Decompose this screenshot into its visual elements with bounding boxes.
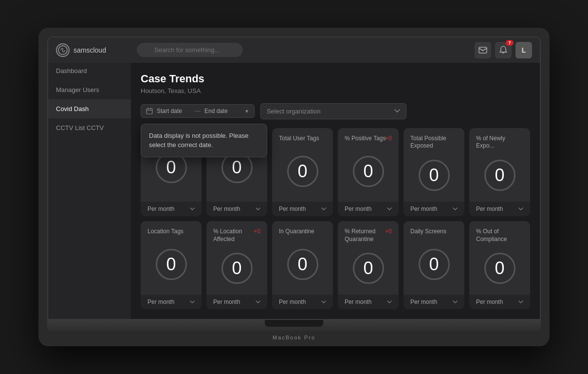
metric-footer[interactable]: Per month bbox=[272, 202, 333, 216]
dropdown-icon bbox=[256, 207, 260, 211]
dropdown-icon bbox=[453, 207, 458, 211]
metric-value: 0 bbox=[353, 253, 384, 284]
metric-footer[interactable]: Per month bbox=[141, 202, 202, 216]
sidebar-item-manage-users[interactable]: Manager Users bbox=[48, 80, 131, 99]
metric-value: 0 bbox=[156, 249, 187, 280]
svg-rect-3 bbox=[479, 47, 487, 53]
metric-card-total-user-tags: Total User Tags 0 Per month bbox=[272, 128, 333, 216]
notification-button[interactable]: 7 bbox=[495, 42, 512, 58]
filters-row: Start date — End date ▼ Select organizat… bbox=[141, 103, 530, 119]
metric-value: 0 bbox=[484, 253, 515, 284]
start-date-input[interactable]: Start date bbox=[157, 108, 191, 114]
metric-card-location-tags: Location Tags 0 Per month bbox=[141, 221, 202, 309]
metric-title: Total User Tags bbox=[279, 135, 326, 143]
metric-footer-text: Per month bbox=[345, 206, 371, 212]
date-range-picker[interactable]: Start date — End date ▼ bbox=[141, 104, 255, 118]
app-layout: Administrator Dashboard Manager Users Co… bbox=[48, 37, 540, 319]
macbook-frame: samscloud bbox=[38, 28, 550, 346]
page-title: Case Trends bbox=[141, 73, 530, 85]
metric-footer-text: Per month bbox=[279, 206, 306, 212]
metric-footer-text: Per month bbox=[410, 299, 437, 305]
user-avatar[interactable]: L bbox=[515, 42, 532, 58]
metric-footer[interactable]: Per month bbox=[404, 202, 464, 216]
metric-delta: +0 bbox=[385, 135, 392, 142]
notification-badge: 7 bbox=[506, 40, 514, 46]
metric-card-positive-tags: % Positive Tags +0 0 Per month bbox=[338, 128, 399, 216]
svg-rect-4 bbox=[147, 109, 152, 114]
metric-footer[interactable]: Per month bbox=[404, 295, 464, 309]
error-popup-text: Data display is not possible. Please sel… bbox=[149, 132, 249, 149]
metric-footer-text: Per month bbox=[476, 299, 503, 305]
error-popup: Data display is not possible. Please sel… bbox=[141, 124, 267, 157]
metric-value: 0 bbox=[419, 249, 450, 280]
mail-button[interactable] bbox=[475, 42, 491, 58]
metric-footer[interactable]: Per month bbox=[206, 202, 267, 216]
metric-title: % of Newly Expo... bbox=[476, 135, 523, 150]
macbook-label-area: MacBook Pro bbox=[47, 331, 541, 346]
metric-footer[interactable]: Per month bbox=[469, 295, 530, 309]
metric-footer[interactable]: Per month bbox=[338, 295, 399, 309]
main-content: Case Trends Houtson, Texas, USA Start da… bbox=[131, 63, 540, 319]
metric-title: Location Tags bbox=[147, 228, 195, 236]
metric-footer[interactable]: Per month bbox=[206, 295, 267, 309]
metric-card-daily-screens: Daily Screens 0 Per month bbox=[404, 221, 464, 309]
metric-footer-text: Per month bbox=[345, 299, 371, 305]
app-name: samscloud bbox=[74, 46, 106, 54]
app-header: samscloud bbox=[48, 37, 540, 63]
logo-icon bbox=[56, 43, 70, 57]
metrics-row-2: Location Tags 0 Per month % Location bbox=[141, 221, 530, 309]
metric-value: 0 bbox=[353, 156, 384, 187]
end-date-input[interactable]: End date bbox=[204, 108, 239, 114]
dropdown-icon bbox=[453, 300, 458, 304]
calendar-icon bbox=[146, 108, 153, 114]
macbook-notch bbox=[265, 320, 323, 327]
sidebar-item-cctv-list[interactable]: CCTV List CCTV bbox=[48, 118, 131, 137]
notification-icon bbox=[499, 46, 507, 55]
mail-icon bbox=[478, 47, 487, 54]
metric-footer-text: Per month bbox=[410, 206, 437, 212]
search-wrapper bbox=[137, 43, 322, 57]
header-actions: 7 L bbox=[475, 42, 532, 58]
metric-card-location-affected: % Location Affected +0 0 Per month bbox=[206, 221, 267, 309]
dropdown-icon bbox=[387, 207, 392, 211]
search-input[interactable] bbox=[137, 43, 243, 57]
metric-footer-text: Per month bbox=[213, 299, 240, 305]
org-select[interactable]: Select organization bbox=[260, 103, 406, 119]
metric-title: In Quarantine bbox=[279, 228, 326, 236]
date-separator: — bbox=[195, 108, 201, 114]
metric-footer[interactable]: Per month bbox=[338, 202, 399, 216]
dropdown-icon bbox=[256, 300, 260, 304]
metric-footer-text: Per month bbox=[476, 206, 503, 212]
page-subtitle: Houtson, Texas, USA bbox=[141, 87, 530, 94]
date-chevron-icon: ▼ bbox=[244, 109, 249, 114]
sidebar-item-covid-dash[interactable]: Covid Dash bbox=[48, 99, 131, 118]
org-select-label: Select organization bbox=[267, 108, 321, 115]
metric-value: 0 bbox=[484, 160, 515, 191]
dropdown-icon bbox=[321, 207, 326, 211]
screen: samscloud bbox=[48, 37, 540, 319]
metric-footer[interactable]: Per month bbox=[141, 295, 202, 309]
sidebar: Administrator Dashboard Manager Users Co… bbox=[48, 37, 131, 319]
dropdown-icon bbox=[518, 207, 523, 211]
dropdown-icon bbox=[518, 300, 523, 304]
metric-footer[interactable]: Per month bbox=[272, 295, 333, 309]
dropdown-icon bbox=[190, 300, 195, 304]
metric-footer-text: Per month bbox=[279, 299, 306, 305]
metric-title: Total Possible Exposed bbox=[410, 135, 458, 150]
screen-bezel: samscloud bbox=[47, 37, 541, 320]
metric-title: Daily Screens bbox=[410, 228, 458, 236]
metric-footer-text: Per month bbox=[213, 206, 240, 212]
metric-title: % Out of Compliance bbox=[476, 228, 523, 243]
metric-value: 0 bbox=[221, 253, 253, 284]
metric-card-in-quarantine: In Quarantine 0 Per month bbox=[272, 221, 333, 309]
org-chevron-icon bbox=[394, 109, 400, 113]
dropdown-icon bbox=[387, 300, 392, 304]
metric-card-newly-exposed: % of Newly Expo... 0 Per month bbox=[469, 128, 530, 216]
metric-card-returned-quarantine: % Returned Quarantine +0 0 Per month bbox=[338, 221, 399, 309]
sidebar-item-dashboard[interactable]: Dashboard bbox=[48, 61, 131, 80]
metric-value: 0 bbox=[287, 249, 318, 280]
metric-footer-text: Per month bbox=[147, 206, 174, 212]
macbook-base bbox=[47, 320, 541, 331]
dropdown-icon bbox=[190, 207, 195, 211]
metric-footer[interactable]: Per month bbox=[469, 202, 530, 216]
